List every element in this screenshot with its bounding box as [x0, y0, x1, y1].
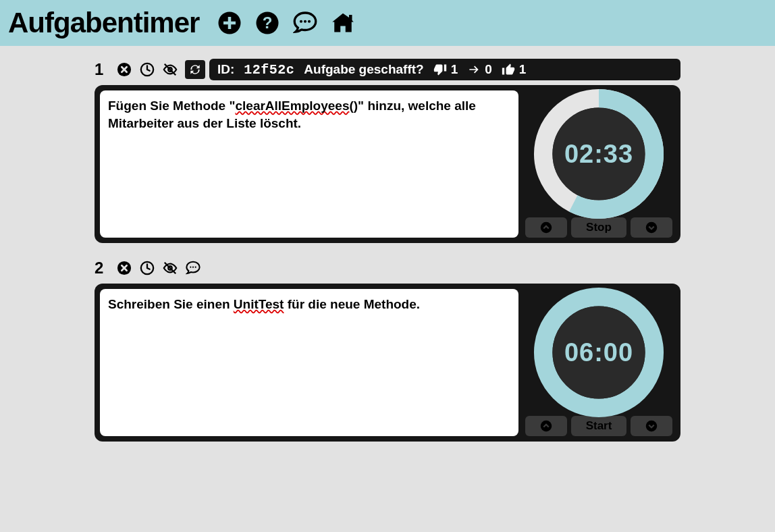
thumbs-up-count: 1	[519, 62, 527, 77]
task-icon-group	[116, 260, 201, 276]
svg-point-15	[541, 222, 552, 234]
task-icon-group	[116, 60, 205, 79]
timer-start-button[interactable]: Start	[571, 416, 626, 436]
svg-point-7	[308, 20, 311, 23]
chat-icon[interactable]	[185, 260, 201, 276]
clock-icon[interactable]	[139, 61, 155, 78]
svg-point-6	[304, 20, 306, 23]
skip-count: 0	[485, 62, 492, 77]
svg-point-5	[300, 20, 302, 23]
eye-off-icon[interactable]	[162, 260, 178, 276]
content-area: 1 ID: 12f52c Aufgabe geschafft?	[0, 46, 775, 454]
task-status-pill: ID: 12f52c Aufgabe geschafft? 1 0 1	[209, 59, 680, 80]
task-number: 1	[95, 60, 109, 79]
clock-icon[interactable]	[139, 260, 155, 276]
sync-icon[interactable]	[185, 60, 205, 79]
timer-ring: 06:00	[528, 289, 670, 416]
svg-text:?: ?	[263, 14, 273, 32]
home-icon[interactable]	[330, 10, 356, 36]
task-body: Schreiben Sie einen UnitTest für die neu…	[95, 284, 680, 442]
timer-panel: 06:00 Start	[523, 289, 675, 436]
app-header: Aufgabentimer ?	[0, 0, 775, 46]
svg-point-26	[541, 421, 552, 432]
svg-point-21	[190, 267, 191, 268]
timer-time: 06:00	[564, 338, 633, 367]
chat-icon[interactable]	[292, 10, 318, 36]
svg-point-27	[646, 421, 658, 432]
task-text-input[interactable]: Fügen Sie Methode "clearAllEmployees()" …	[100, 90, 518, 238]
id-value: 12f52c	[244, 62, 294, 78]
delete-icon[interactable]	[116, 61, 132, 78]
timer-down-button[interactable]	[631, 217, 672, 238]
timer-controls: Stop	[523, 217, 675, 238]
task-toolbar: 1 ID: 12f52c Aufgabe geschafft?	[95, 58, 680, 81]
svg-point-22	[192, 267, 194, 268]
timer-down-button[interactable]	[631, 416, 672, 436]
id-label: ID:	[217, 62, 234, 77]
timer-stop-button[interactable]: Stop	[571, 217, 626, 238]
thumbs-down-vote[interactable]: 1	[433, 62, 458, 77]
timer-up-button[interactable]	[525, 416, 567, 436]
help-icon[interactable]: ?	[255, 10, 280, 36]
task-number: 2	[95, 259, 109, 277]
question-label: Aufgabe geschafft?	[304, 62, 423, 77]
thumbs-up-vote[interactable]: 1	[502, 62, 527, 77]
timer-up-button[interactable]	[525, 217, 567, 238]
eye-off-icon[interactable]	[162, 61, 178, 78]
thumbs-down-count: 1	[451, 62, 458, 77]
timer-controls: Start	[523, 416, 675, 436]
svg-point-16	[646, 222, 658, 234]
task-card: 2 Schreiben Sie einen UnitTest für die n…	[95, 257, 680, 442]
skip-vote[interactable]: 0	[467, 62, 492, 77]
timer-panel: 02:33 Stop	[523, 90, 675, 238]
timer-ring: 02:33	[528, 90, 670, 217]
task-card: 1 ID: 12f52c Aufgabe geschafft?	[95, 58, 680, 243]
header-icon-group: ?	[217, 10, 356, 36]
task-toolbar: 2	[95, 257, 680, 280]
svg-rect-2	[223, 22, 236, 25]
add-icon[interactable]	[217, 10, 242, 36]
svg-point-23	[195, 267, 196, 268]
delete-icon[interactable]	[116, 260, 132, 276]
timer-time: 02:33	[564, 140, 633, 169]
task-text-input[interactable]: Schreiben Sie einen UnitTest für die neu…	[100, 289, 518, 436]
app-title: Aufgabentimer	[8, 7, 199, 39]
task-body: Fügen Sie Methode "clearAllEmployees()" …	[95, 85, 680, 243]
